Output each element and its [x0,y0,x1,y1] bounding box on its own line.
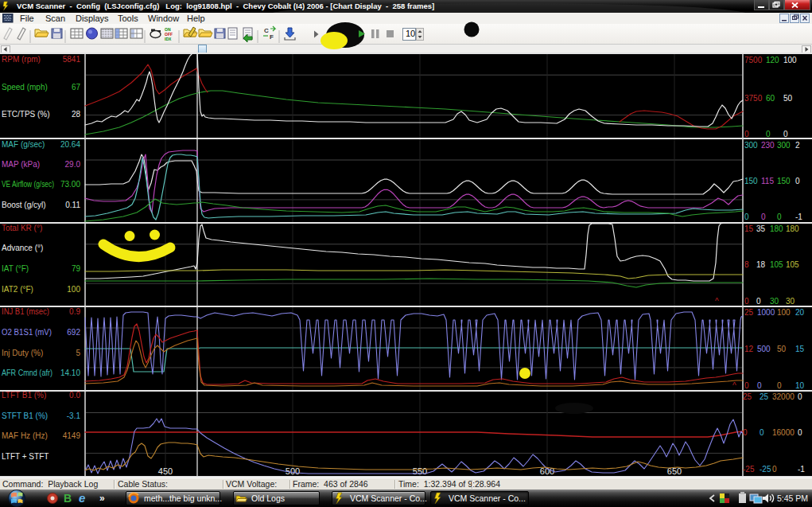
svg-text:0.9: 0.9 [69,307,80,316]
svg-text:25: 25 [760,392,769,401]
svg-text:692: 692 [67,328,80,337]
svg-text:0.11: 0.11 [65,201,80,209]
svg-text:0: 0 [772,465,777,474]
svg-text:29.0: 29.0 [65,160,81,169]
svg-text:0: 0 [744,381,749,390]
svg-text:12: 12 [744,345,754,353]
svg-text:300: 300 [777,141,791,150]
svg-text:10: 10 [795,381,805,390]
svg-text:8: 8 [744,260,749,269]
svg-text:150: 150 [744,177,758,185]
svg-text:150: 150 [777,177,791,185]
svg-text:0: 0 [760,428,764,437]
svg-text:0: 0 [798,392,802,401]
svg-text:550: 550 [413,466,427,476]
svg-text:5841: 5841 [63,55,81,64]
svg-text:MAP (kPa): MAP (kPa) [2,160,40,169]
svg-text:0: 0 [777,213,782,221]
svg-text:5:45 PM: 5:45 PM [777,493,808,503]
svg-text:MAF Hz (Hz): MAF Hz (Hz) [2,431,48,440]
svg-text:-1: -1 [798,465,805,474]
svg-text:16000: 16000 [772,428,795,437]
svg-text:e: e [79,491,85,505]
svg-text:60: 60 [766,94,775,103]
svg-text:Speed (mph): Speed (mph) [2,83,48,92]
svg-text:0: 0 [798,428,802,437]
svg-text:180: 180 [786,224,799,233]
svg-text:100: 100 [67,285,80,294]
svg-text:450: 450 [158,466,173,476]
svg-text:IAT (°F): IAT (°F) [2,264,29,273]
svg-text:IAT2 (°F): IAT2 (°F) [2,285,33,294]
svg-text:300: 300 [744,141,758,150]
svg-text:67: 67 [72,83,81,92]
svg-text:115: 115 [761,177,774,185]
svg-text:LTFT + STFT: LTFT + STFT [2,452,49,461]
svg-text:0.0: 0.0 [69,391,80,400]
svg-text:30: 30 [770,297,779,306]
svg-text:50: 50 [777,345,787,353]
svg-text:^: ^ [732,381,736,390]
svg-text:120: 120 [766,56,779,64]
svg-text:0: 0 [777,381,782,390]
svg-text:5: 5 [76,349,80,357]
svg-text:73.00: 73.00 [60,180,80,189]
svg-text:7500: 7500 [744,56,763,64]
svg-text:1000: 1000 [757,308,775,317]
svg-text:28: 28 [72,110,81,119]
svg-text:25: 25 [743,392,752,401]
svg-text:20.64: 20.64 [60,140,80,149]
svg-text:Inj Duty (%): Inj Duty (%) [2,349,43,357]
svg-text:50: 50 [783,94,793,103]
svg-text:0: 0 [795,177,800,185]
svg-text:105: 105 [786,260,799,269]
svg-text:180: 180 [770,224,783,233]
svg-text:INJ B1 (msec): INJ B1 (msec) [2,307,49,316]
svg-text:RPM (rpm): RPM (rpm) [2,55,41,64]
svg-text:O2 B1S1 (mV): O2 B1S1 (mV) [2,328,52,337]
svg-text:105: 105 [770,260,783,269]
svg-text:500: 500 [757,345,771,353]
svg-text:-25: -25 [760,465,771,474]
svg-text:30: 30 [786,297,795,306]
svg-text:B: B [64,492,72,505]
svg-text:0: 0 [744,130,749,138]
svg-text:0: 0 [744,213,749,221]
svg-text:0: 0 [756,297,761,306]
svg-text:Total KR (°): Total KR (°) [2,224,42,232]
svg-text:AFR Cmnd (afr): AFR Cmnd (afr) [2,369,52,377]
svg-text:Advance (°): Advance (°) [2,244,43,252]
svg-text:0: 0 [743,428,748,437]
svg-text:32000: 32000 [772,392,795,401]
svg-text:0: 0 [761,213,766,221]
svg-text:ETC/TPS (%): ETC/TPS (%) [2,110,50,119]
svg-text:79: 79 [72,264,81,273]
svg-text:25: 25 [744,308,754,317]
svg-text:Boost (g/cyl): Boost (g/cyl) [2,201,46,209]
svg-text:0: 0 [783,130,788,138]
svg-text:LTFT B1 (%): LTFT B1 (%) [2,391,46,400]
svg-text:15: 15 [744,224,754,233]
svg-text:-25: -25 [743,465,755,474]
svg-text:4149: 4149 [63,431,81,440]
svg-text:STFT B1 (%): STFT B1 (%) [2,411,48,420]
svg-text:100: 100 [777,308,791,317]
svg-text:-3.1: -3.1 [67,411,81,420]
svg-text:VE Airflow (g/sec): VE Airflow (g/sec) [2,180,54,189]
svg-text:^: ^ [715,297,719,306]
svg-text:15: 15 [795,345,805,353]
svg-text:-1: -1 [795,213,802,221]
svg-text:0: 0 [744,297,749,306]
svg-text:0: 0 [766,130,771,138]
svg-text:MAF (g/sec): MAF (g/sec) [2,140,45,149]
svg-text:14.10: 14.10 [60,369,80,377]
svg-text:230: 230 [761,141,775,150]
svg-text:0: 0 [757,381,762,390]
svg-text:100: 100 [783,56,797,64]
svg-text:20: 20 [795,308,805,317]
svg-text:18: 18 [756,260,766,269]
svg-text:»: » [99,493,105,504]
svg-text:35: 35 [756,224,766,233]
svg-text:3750: 3750 [744,94,763,103]
svg-text:2: 2 [795,141,800,150]
